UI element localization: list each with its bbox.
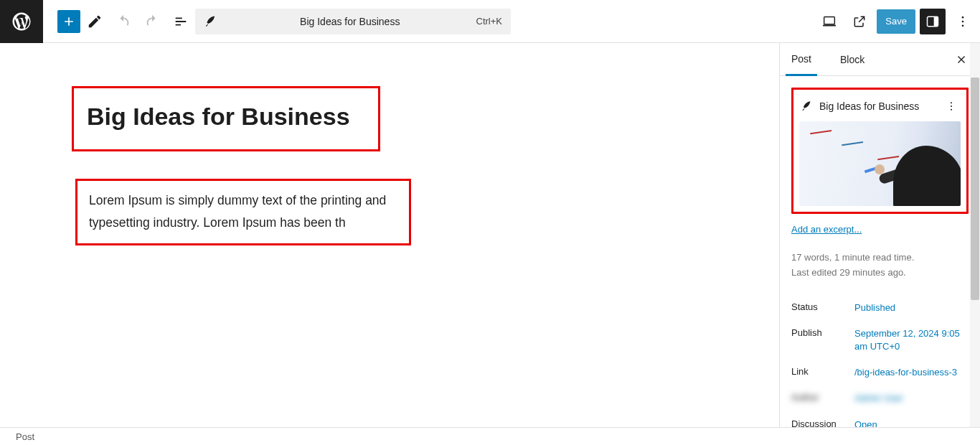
add-excerpt-link[interactable]: Add an excerpt...	[791, 224, 862, 235]
featured-image[interactable]	[799, 121, 961, 206]
plus-icon	[62, 14, 76, 29]
tab-post[interactable]: Post	[786, 43, 817, 76]
post-title-highlight: Big Ideas for Business	[72, 86, 380, 151]
topbar-right-actions: Save	[816, 9, 980, 34]
post-title[interactable]: Big Ideas for Business	[87, 101, 365, 132]
meta-row-status: Status Published	[791, 295, 969, 321]
scrollbar-thumb[interactable]	[971, 78, 979, 300]
breadcrumb-bar: Post	[0, 427, 980, 445]
kebab-icon	[956, 14, 970, 29]
post-summary-card: Big Ideas for Business	[791, 88, 969, 214]
post-paragraph[interactable]: Lorem Ipsum is simply dummy text of the …	[89, 189, 397, 235]
svg-point-4	[962, 16, 964, 18]
block-inserter-button[interactable]	[57, 10, 80, 33]
breadcrumb-root[interactable]: Post	[16, 431, 34, 442]
top-toolbar: Big Ideas for Business Ctrl+K Save	[0, 0, 980, 43]
undo-icon	[116, 14, 131, 29]
redo-icon	[144, 14, 160, 29]
pencil-icon	[87, 14, 103, 29]
preview-button[interactable]	[847, 9, 872, 34]
svg-point-8	[951, 106, 952, 107]
svg-rect-3	[934, 17, 938, 26]
post-actions-button[interactable]	[943, 98, 959, 114]
document-title: Big Ideas for Business	[224, 16, 476, 27]
svg-point-7	[951, 102, 952, 103]
document-overview-button[interactable]	[166, 0, 195, 43]
meta-key: Author	[791, 392, 854, 403]
meta-row-hidden: Author Admin User	[791, 385, 969, 411]
svg-rect-1	[823, 24, 836, 26]
kebab-icon	[946, 100, 957, 112]
meta-row-link: Link /big-ideas-for-business-3	[791, 360, 969, 385]
list-icon	[173, 14, 189, 29]
quill-icon	[801, 100, 812, 112]
meta-key: Publish	[791, 327, 854, 338]
svg-point-6	[962, 24, 964, 27]
save-button[interactable]: Save	[877, 9, 915, 34]
meta-row-publish: Publish September 12, 2024 9:05 am UTC+0	[791, 321, 969, 360]
last-edited-text: Last edited 29 minutes ago.	[791, 266, 969, 281]
link-value[interactable]: /big-ideas-for-business-3	[854, 366, 969, 379]
main-area: Big Ideas for Business Lorem Ipsum is si…	[0, 43, 980, 427]
sidebar-tabs: Post Block	[780, 43, 980, 76]
post-panel: Big Ideas for Business	[780, 76, 980, 427]
redo-button[interactable]	[138, 0, 166, 43]
sidebar-icon	[925, 14, 940, 29]
editor-content: Big Ideas for Business Lorem Ipsum is si…	[72, 86, 588, 245]
word-count-text: 17 words, 1 minute read time.	[791, 250, 969, 266]
external-link-icon	[852, 14, 867, 29]
post-summary-title: Big Ideas for Business	[819, 100, 919, 112]
svg-point-9	[951, 109, 952, 111]
meta-key: Link	[791, 366, 854, 377]
meta-row-discussion: Discussion Open	[791, 412, 969, 427]
editor-canvas[interactable]: Big Ideas for Business Lorem Ipsum is si…	[0, 43, 779, 427]
document-title-bar[interactable]: Big Ideas for Business Ctrl+K	[195, 9, 511, 34]
options-button[interactable]	[950, 9, 976, 34]
status-value[interactable]: Published	[854, 301, 969, 314]
hidden-value[interactable]: Admin User	[854, 392, 969, 405]
discussion-value[interactable]: Open	[854, 418, 969, 427]
publish-value[interactable]: September 12, 2024 9:05 am UTC+0	[854, 327, 969, 353]
settings-sidebar-toggle[interactable]	[920, 9, 946, 34]
tools-button[interactable]	[80, 0, 109, 43]
sidebar-scrollbar[interactable]	[970, 43, 980, 427]
undo-button[interactable]	[109, 0, 138, 43]
post-stats: 17 words, 1 minute read time. Last edite…	[791, 250, 969, 281]
post-body-highlight: Lorem Ipsum is simply dummy text of the …	[75, 179, 411, 245]
post-meta-table: Status Published Publish September 12, 2…	[791, 295, 969, 427]
laptop-icon	[821, 14, 837, 29]
meta-key: Status	[791, 301, 854, 312]
settings-sidebar: Post Block Big Ideas for Business	[779, 43, 980, 427]
view-button[interactable]	[816, 9, 842, 34]
wordpress-logo[interactable]	[0, 0, 43, 43]
shortcut-hint: Ctrl+K	[476, 16, 502, 27]
quill-icon	[204, 15, 217, 28]
meta-key: Discussion	[791, 418, 854, 427]
svg-point-5	[962, 20, 964, 22]
close-icon	[955, 53, 968, 66]
tab-block[interactable]: Block	[834, 43, 870, 76]
